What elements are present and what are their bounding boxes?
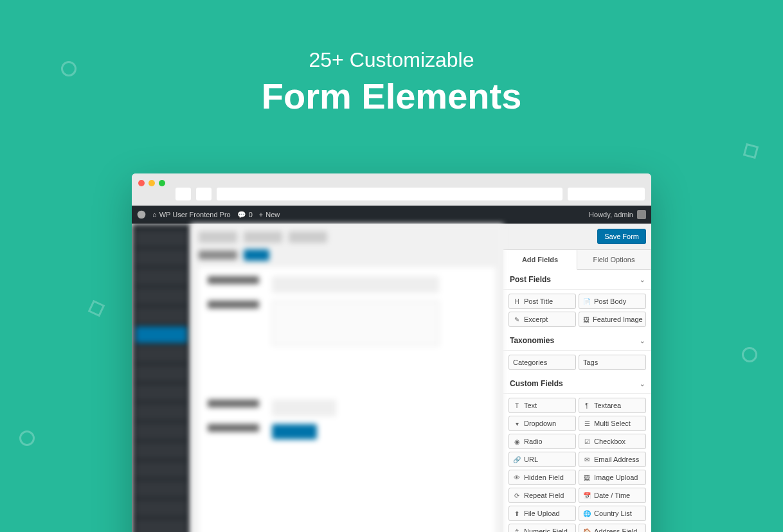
field-label: Text xyxy=(524,402,537,409)
greeting-text: Howdy, admin xyxy=(589,211,633,218)
home-icon: ⌂ xyxy=(152,211,157,218)
field-label: Post Title xyxy=(524,297,553,305)
field-radio[interactable]: ◉Radio xyxy=(509,434,576,449)
radio-icon: ◉ xyxy=(513,438,521,445)
text-icon: T xyxy=(513,402,521,409)
field-label: Checkbox xyxy=(594,438,626,445)
url-bar[interactable] xyxy=(217,188,562,200)
field-post-title[interactable]: HPost Title xyxy=(509,294,576,309)
section-post-fields[interactable]: Post Fields ⌄ xyxy=(503,270,651,290)
section-taxonomies[interactable]: Taxonomies ⌄ xyxy=(503,331,651,351)
hero-subtitle: 25+ Customizable xyxy=(0,48,783,72)
wp-admin-bar: ⌂ WP User Frontend Pro 💬 0 + New Howdy, … xyxy=(132,206,651,224)
field-post-body[interactable]: 📄Post Body xyxy=(579,294,646,309)
hidden-field-icon: 👁 xyxy=(513,474,521,481)
hero-title: Form Elements xyxy=(0,75,783,117)
form-builder-blurred xyxy=(191,224,503,532)
new-content-link[interactable]: + New xyxy=(259,211,280,218)
tab-field-options[interactable]: Field Options xyxy=(577,250,651,269)
field-email-address[interactable]: ✉Email Address xyxy=(579,452,646,467)
field-label: Email Address xyxy=(594,456,639,463)
section-custom-fields[interactable]: Custom Fields ⌄ xyxy=(503,374,651,394)
featured-image-icon: 🖼 xyxy=(583,316,590,323)
wp-sidebar-blurred xyxy=(132,224,191,532)
address-field-icon: 🏠 xyxy=(583,528,591,533)
field-label: Address Field xyxy=(594,528,637,532)
field-repeat-field[interactable]: ⟳Repeat Field xyxy=(509,488,576,503)
email-address-icon: ✉ xyxy=(583,456,591,463)
browser-titlebar xyxy=(132,173,651,206)
site-link[interactable]: ⌂ WP User Frontend Pro xyxy=(152,211,231,218)
chevron-down-icon: ⌄ xyxy=(640,276,645,283)
field-label: Country List xyxy=(594,510,632,517)
file-upload-icon: ⬆ xyxy=(513,510,521,517)
section-title: Taxonomies xyxy=(510,336,554,345)
svg-point-0 xyxy=(138,211,146,219)
field-file-upload[interactable]: ⬆File Upload xyxy=(509,506,576,521)
field-numeric-field[interactable]: #Numeric Field xyxy=(509,524,576,532)
field-label: Textarea xyxy=(594,402,621,409)
field-categories[interactable]: Categories xyxy=(509,355,576,370)
new-label: New xyxy=(266,211,280,218)
site-name: WP User Frontend Pro xyxy=(159,211,231,218)
post-body-icon: 📄 xyxy=(583,298,591,305)
field-country-list[interactable]: 🌐Country List xyxy=(579,506,646,521)
date-time-icon: 📅 xyxy=(583,492,591,499)
field-textarea[interactable]: ¶Textarea xyxy=(579,398,646,413)
field-label: Tags xyxy=(583,359,598,366)
post-title-icon: H xyxy=(513,298,521,305)
comments-count: 0 xyxy=(249,211,253,218)
field-label: Categories xyxy=(513,359,547,366)
repeat-field-icon: ⟳ xyxy=(513,492,521,499)
field-hidden-field[interactable]: 👁Hidden Field xyxy=(509,470,576,485)
field-label: Image Upload xyxy=(594,474,638,481)
maximize-window-icon[interactable] xyxy=(159,180,165,186)
field-text[interactable]: TText xyxy=(509,398,576,413)
wp-logo-icon[interactable] xyxy=(137,210,146,219)
close-window-icon[interactable] xyxy=(138,180,145,186)
fields-panel: Save Form Add Fields Field Options Post … xyxy=(503,224,651,532)
field-address-field[interactable]: 🏠Address Field xyxy=(579,524,646,532)
field-label: File Upload xyxy=(524,510,560,517)
image-upload-icon: 🖼 xyxy=(583,474,591,481)
browser-window: ⌂ WP User Frontend Pro 💬 0 + New Howdy, … xyxy=(132,173,651,532)
chevron-down-icon: ⌄ xyxy=(640,380,645,387)
avatar xyxy=(637,210,646,219)
field-checkbox[interactable]: ☑Checkbox xyxy=(579,434,646,449)
url-icon: 🔗 xyxy=(513,456,521,463)
multi-select-icon: ☰ xyxy=(583,420,591,427)
account-menu[interactable]: Howdy, admin xyxy=(589,210,646,219)
browser-search[interactable] xyxy=(568,188,645,200)
field-label: Dropdown xyxy=(524,420,556,427)
field-url[interactable]: 🔗URL xyxy=(509,452,576,467)
minimize-window-icon[interactable] xyxy=(148,180,155,186)
field-label: Repeat Field xyxy=(524,492,564,499)
field-date-time[interactable]: 📅Date / Time xyxy=(579,488,646,503)
field-featured-image[interactable]: 🖼Featured Image xyxy=(579,312,646,327)
save-form-button[interactable]: Save Form xyxy=(597,229,646,244)
field-label: Post Body xyxy=(594,297,626,305)
chevron-down-icon: ⌄ xyxy=(640,337,645,344)
country-list-icon: 🌐 xyxy=(583,510,591,517)
textarea-icon: ¶ xyxy=(583,402,591,409)
field-excerpt[interactable]: ✎Excerpt xyxy=(509,312,576,327)
section-title: Custom Fields xyxy=(510,379,563,388)
field-label: Hidden Field xyxy=(524,474,564,481)
field-label: Numeric Field xyxy=(524,528,568,532)
comment-icon: 💬 xyxy=(237,211,246,219)
field-image-upload[interactable]: 🖼Image Upload xyxy=(579,470,646,485)
tab-add-fields[interactable]: Add Fields xyxy=(503,250,577,270)
nav-fwd-button[interactable] xyxy=(196,188,212,200)
dropdown-icon: ▾ xyxy=(513,420,521,427)
excerpt-icon: ✎ xyxy=(513,316,521,323)
comments-link[interactable]: 💬 0 xyxy=(237,211,253,219)
numeric-field-icon: # xyxy=(513,528,521,533)
section-title: Post Fields xyxy=(510,275,551,284)
field-label: Radio xyxy=(524,438,543,445)
field-multi-select[interactable]: ☰Multi Select xyxy=(579,416,646,431)
plus-icon: + xyxy=(259,211,263,218)
field-dropdown[interactable]: ▾Dropdown xyxy=(509,416,576,431)
checkbox-icon: ☑ xyxy=(583,438,591,445)
field-tags[interactable]: Tags xyxy=(579,355,646,370)
nav-back-button[interactable] xyxy=(176,188,191,200)
